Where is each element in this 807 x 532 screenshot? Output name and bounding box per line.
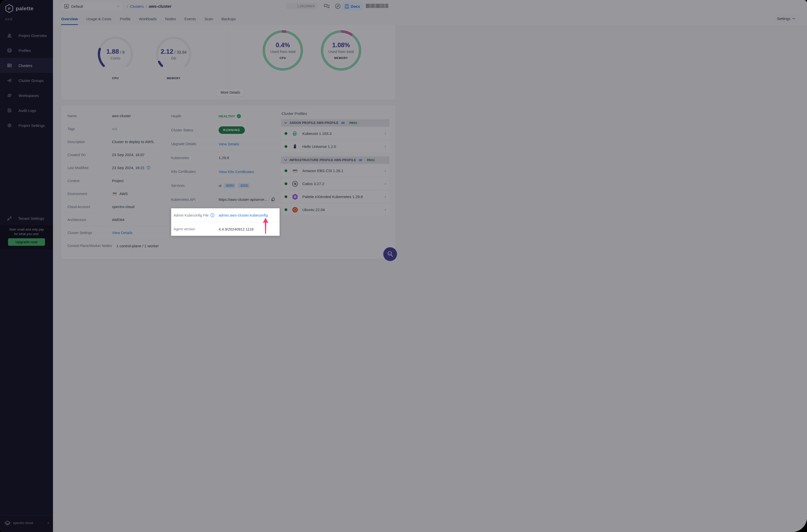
info-icon[interactable] bbox=[210, 213, 214, 217]
agent-version-value: 4.4.9/20240912.1118 bbox=[219, 227, 254, 231]
row-label: Admin Kubeconfig File bbox=[174, 213, 219, 217]
row-label: Agent version bbox=[174, 227, 219, 231]
annotation-arrow-icon bbox=[262, 218, 269, 234]
app-window: P palette 4.4.19 Project Overview Profil… bbox=[0, 0, 404, 266]
admin-kubeconfig-download-link[interactable]: admin.aws-cluster.kubeconfig bbox=[219, 213, 268, 217]
